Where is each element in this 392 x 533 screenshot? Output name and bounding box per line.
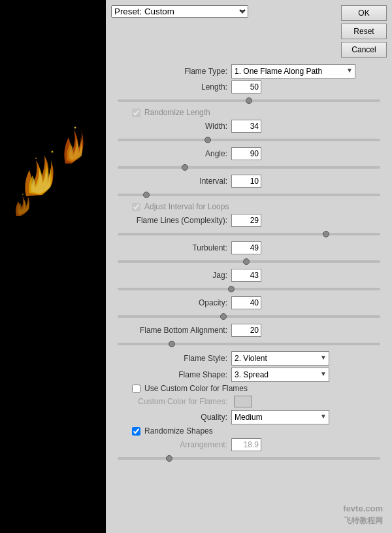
turbulent-row: Turbulent: (114, 241, 384, 254)
flame-bottom-input[interactable] (231, 324, 261, 337)
flame-type-wrapper: 1. One Flame Along Path 2. Multiple Flam… (231, 64, 355, 78)
jag-slider[interactable] (118, 288, 380, 290)
flame-shape-select[interactable]: 1. Parallel 2. Fan Down 3. Spread 4. Fan… (231, 368, 329, 382)
flame-shape-wrapper: 1. Parallel 2. Fan Down 3. Spread 4. Fan… (231, 368, 329, 382)
adjust-interval-label: Adjust Interval for Loops (144, 202, 229, 211)
interval-slider[interactable] (118, 194, 380, 196)
svg-point-3 (22, 194, 24, 195)
interval-label: Interval: (114, 177, 231, 186)
length-row: Length: (114, 80, 384, 94)
flame-preview (7, 78, 98, 222)
quality-select[interactable]: Low Medium High (231, 410, 329, 424)
flame-type-row: Flame Type: 1. One Flame Along Path 2. M… (114, 64, 384, 78)
width-row: Width: (114, 120, 384, 133)
interval-slider-row (114, 189, 384, 198)
reset-button[interactable]: Reset (341, 24, 387, 39)
flame-bottom-label: Flame Bottom Alignment: (114, 326, 231, 335)
angle-label: Angle: (114, 149, 231, 158)
angle-slider[interactable] (118, 166, 380, 169)
opacity-slider-row (114, 311, 384, 320)
flame-shape-label: Flame Shape: (114, 370, 231, 379)
right-panel: Preset: Custom ▼ OK Reset Cancel Flame T… (106, 0, 392, 533)
flame-lines-slider[interactable] (118, 233, 380, 235)
custom-color-swatch[interactable] (234, 396, 252, 407)
preset-select[interactable]: Preset: Custom (111, 5, 248, 18)
flame-bottom-row: Flame Bottom Alignment: (114, 324, 384, 337)
flame-bottom-slider[interactable] (118, 343, 380, 345)
flame-style-row: Flame Style: 1. Calm 2. Violent 3. Small… (114, 351, 384, 366)
svg-point-0 (52, 151, 54, 153)
opacity-slider[interactable] (118, 315, 380, 318)
flame-shape-row: Flame Shape: 1. Parallel 2. Fan Down 3. … (114, 368, 384, 382)
settings-panel: Flame Type: 1. One Flame Along Path 2. M… (111, 61, 387, 528)
arrangement-slider-row (114, 453, 384, 462)
use-custom-color-row: Use Custom Color for Flames (114, 384, 384, 393)
jag-label: Jag: (114, 271, 231, 280)
ok-button[interactable]: OK (341, 5, 387, 21)
width-slider[interactable] (118, 139, 380, 141)
randomize-length-checkbox[interactable] (132, 109, 140, 117)
svg-point-1 (35, 158, 37, 159)
jag-slider-row (114, 283, 384, 292)
angle-row: Angle: (114, 147, 384, 160)
opacity-row: Opacity: (114, 296, 384, 309)
randomize-length-label: Randomize Length (144, 108, 210, 117)
use-custom-color-label: Use Custom Color for Flames (144, 384, 248, 393)
flame-lines-slider-row (114, 228, 384, 237)
width-slider-row (114, 134, 384, 143)
quality-row: Quality: Low Medium High ▼ (114, 410, 384, 424)
arrangement-row: Arrangement: (114, 438, 384, 451)
arrangement-input[interactable] (231, 438, 261, 451)
turbulent-slider-row (114, 256, 384, 265)
turbulent-label: Turbulent: (114, 243, 231, 252)
quality-wrapper: Low Medium High ▼ (231, 410, 329, 424)
use-custom-color-checkbox[interactable] (132, 385, 140, 393)
arrangement-slider[interactable] (118, 457, 380, 460)
cancel-button[interactable]: Cancel (341, 42, 387, 58)
interval-input[interactable] (231, 175, 261, 188)
custom-color-row: Custom Color for Flames: (114, 396, 384, 407)
opacity-input[interactable] (231, 296, 261, 309)
flame-lines-input[interactable] (231, 214, 261, 227)
custom-color-label: Custom Color for Flames: (114, 397, 231, 406)
flame-style-wrapper: 1. Calm 2. Violent 3. Small Turbulent 4.… (231, 351, 329, 366)
angle-slider-row (114, 162, 384, 171)
dialog: Preset: Custom ▼ OK Reset Cancel Flame T… (0, 0, 392, 533)
preview-panel (0, 0, 106, 533)
randomize-shapes-row: Randomize Shapes (114, 426, 384, 436)
svg-point-2 (74, 127, 76, 129)
adjust-interval-checkbox[interactable] (132, 203, 140, 211)
preset-area: Preset: Custom ▼ (111, 5, 336, 18)
length-label: Length: (114, 82, 231, 92)
top-row: Preset: Custom ▼ OK Reset Cancel (111, 5, 387, 58)
flame-type-select[interactable]: 1. One Flame Along Path 2. Multiple Flam… (231, 64, 355, 78)
turbulent-input[interactable] (231, 241, 261, 254)
interval-row: Interval: (114, 175, 384, 188)
preset-wrapper: Preset: Custom ▼ (111, 5, 248, 18)
flame-lines-label: Flame Lines (Complexity): (114, 216, 231, 225)
flame-lines-row: Flame Lines (Complexity): (114, 214, 384, 227)
turbulent-slider[interactable] (118, 260, 380, 263)
jag-input[interactable] (231, 269, 261, 282)
flame-bottom-slider-row (114, 338, 384, 347)
width-label: Width: (114, 122, 231, 131)
width-input[interactable] (231, 120, 261, 133)
buttons-col: OK Reset Cancel (341, 5, 387, 58)
length-input[interactable] (231, 80, 261, 94)
length-slider-row (114, 95, 384, 104)
length-slider[interactable] (118, 99, 380, 102)
randomize-length-row: Randomize Length (114, 108, 384, 117)
jag-row: Jag: (114, 269, 384, 282)
randomize-shapes-label: Randomize Shapes (144, 426, 213, 436)
flame-type-label: Flame Type: (114, 67, 231, 76)
flame-style-select[interactable]: 1. Calm 2. Violent 3. Small Turbulent 4.… (231, 351, 329, 366)
flame-style-label: Flame Style: (114, 354, 231, 363)
watermark: fevte.com 飞特教程网 (343, 502, 383, 527)
randomize-shapes-checkbox[interactable] (132, 427, 140, 436)
adjust-interval-row: Adjust Interval for Loops (114, 202, 384, 211)
angle-input[interactable] (231, 147, 261, 160)
quality-label: Quality: (114, 413, 231, 422)
arrangement-label: Arrangement: (114, 440, 231, 449)
opacity-label: Opacity: (114, 298, 231, 307)
